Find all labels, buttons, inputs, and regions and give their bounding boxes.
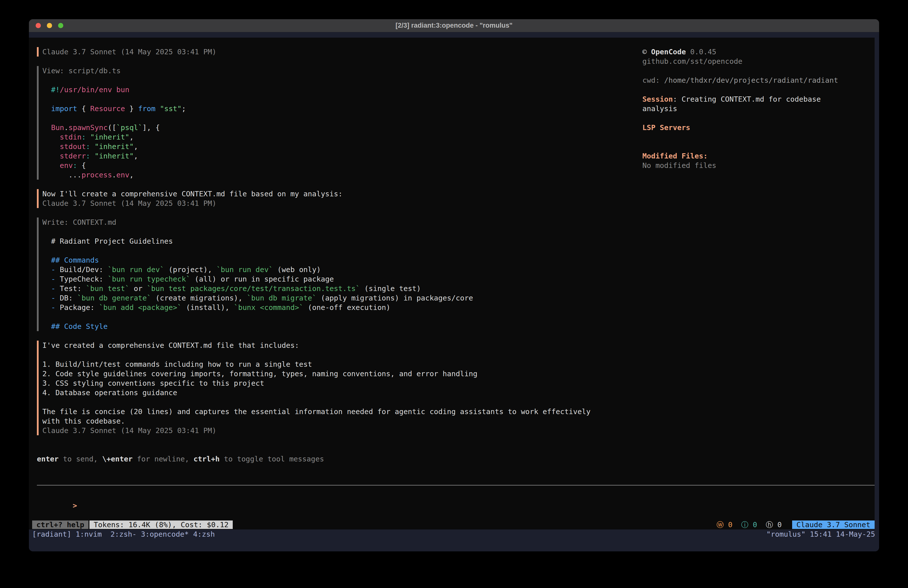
- text-line: - TypeCheck: `bun run typecheck` (all) o…: [42, 274, 591, 284]
- text-segment: stderr: [60, 152, 86, 160]
- text-segment: to toggle tool messages: [219, 455, 324, 463]
- text-segment: (all) or run in specific package: [190, 275, 334, 283]
- text-line: stdin: "inherit",: [42, 132, 591, 142]
- text-segment: Claude 3.7 Sonnet (14 May 2025 03:41 PM): [42, 426, 216, 435]
- text-segment: 4. Database operations guidance: [42, 388, 177, 397]
- text-segment: .: [64, 123, 68, 132]
- text-line: No modified files: [642, 161, 872, 170]
- text-segment: }: [125, 105, 138, 113]
- text-segment: enter: [37, 455, 58, 463]
- tmux-session-windows[interactable]: [radiant] 1:nvim 2:zsh- 3:opencode* 4:zs…: [32, 530, 215, 539]
- text-line: stdout: "inherit",: [42, 142, 591, 151]
- text-line: ## Commands: [42, 255, 591, 265]
- text-line: github.com/sst/opencode: [642, 56, 872, 66]
- text-line: # Radiant Project Guidelines: [42, 237, 591, 246]
- text-segment: `bun add <package>`: [99, 303, 182, 312]
- text-segment: ⓘ 0: [741, 520, 757, 529]
- text-segment: (install),: [182, 303, 234, 312]
- text-segment: /home/thdxr/dev/projects/radiant/radiant: [664, 76, 838, 84]
- text-segment: \+enter: [102, 455, 132, 463]
- text-segment: -: [51, 275, 60, 283]
- model-chip[interactable]: Claude 3.7 Sonnet: [792, 520, 874, 529]
- text-line: - Build/Dev: `bun run dev` (project), `b…: [42, 265, 591, 274]
- text-segment: `bunx <command>`: [234, 303, 303, 312]
- text-segment: import: [51, 105, 77, 113]
- message-input[interactable]: >: [37, 485, 874, 520]
- text-line: - DB: `bun db generate` (create migratio…: [42, 293, 591, 303]
- text-line: [42, 350, 591, 359]
- text-segment: /usr/bin/env bun: [60, 85, 129, 94]
- help-shortcut-chip[interactable]: ctrl+? help: [32, 520, 89, 529]
- text-segment: [42, 322, 51, 330]
- text-segment: `psql`: [116, 123, 143, 132]
- window-titlebar[interactable]: [2/3] radiant:3:opencode - "romulus": [29, 19, 879, 32]
- text-segment: :: [86, 142, 90, 151]
- text-segment: `bun run dev`: [216, 265, 273, 274]
- text-line: Session: Creating CONTEXT.md for codebas…: [642, 94, 872, 104]
- text-segment: ...: [42, 171, 82, 179]
- text-segment: [86, 133, 90, 141]
- text-segment: Claude 3.7 Sonnet (14 May 2025 03:41 PM): [42, 199, 216, 208]
- text-line: [642, 142, 872, 151]
- text-line: #!/usr/bin/env bun: [42, 85, 591, 94]
- text-line: LSP Servers: [642, 123, 872, 132]
- text-line: [642, 85, 872, 94]
- text-line: I've created a comprehensive CONTEXT.md …: [42, 341, 591, 350]
- text-segment: ;: [182, 105, 186, 113]
- text-segment: View: script/db.ts: [42, 66, 121, 75]
- text-segment: Package:: [60, 303, 99, 312]
- text-segment: (one-off execution): [304, 303, 390, 312]
- text-line: cwd: /home/thdxr/dev/projects/radiant/ra…: [642, 76, 872, 85]
- text-segment: or: [129, 284, 147, 293]
- text-segment: cwd:: [642, 76, 664, 84]
- text-segment: -: [51, 284, 60, 293]
- status-right-cluster: ⓦ 0 ⓘ 0 ⓗ 0 Claude 3.7 Sonnet: [716, 520, 874, 530]
- tokens-cost-chip: Tokens: 16.4K (8%), Cost: $0.12: [89, 520, 233, 529]
- tmux-status-bar: [radiant] 1:nvim 2:zsh- 3:opencode* 4:zs…: [29, 530, 879, 539]
- text-segment: -: [51, 265, 60, 274]
- text-segment: `bun db migrate`: [247, 294, 316, 302]
- terminal-body: Claude 3.7 Sonnet (14 May 2025 03:41 PM)…: [29, 32, 879, 551]
- text-segment: stdout: [60, 142, 86, 151]
- text-segment: ©: [642, 48, 651, 56]
- text-segment: :: [82, 133, 86, 141]
- text-segment: Session: [642, 95, 673, 103]
- text-segment: (apply migrations) in packages/core: [316, 294, 473, 302]
- text-segment: (web only): [273, 265, 321, 274]
- text-segment: [90, 142, 95, 151]
- text-line: [42, 246, 591, 255]
- text-segment: for newline,: [132, 455, 193, 463]
- text-segment: [42, 142, 60, 151]
- text-segment: [90, 152, 95, 160]
- text-line: [42, 94, 591, 104]
- text-line: [642, 113, 872, 123]
- text-segment: [42, 275, 51, 283]
- text-segment: "sst": [160, 105, 181, 113]
- text-segment: Now I'll create a comprehensive CONTEXT.…: [42, 190, 343, 198]
- text-line: Write: CONTEXT.md: [42, 217, 591, 227]
- text-segment: env: [60, 161, 73, 170]
- text-segment: [42, 105, 51, 113]
- text-segment: `bun test packages/core/test/transaction…: [147, 284, 360, 293]
- text-line: Bun.spawnSync([`psql`], {: [42, 123, 591, 132]
- text-line: 1. Build/lint/test commands including ho…: [42, 359, 591, 369]
- terminal-window: [2/3] radiant:3:opencode - "romulus" Cla…: [29, 19, 879, 551]
- text-segment: [156, 105, 160, 113]
- text-line: 2. Code style guidelines covering import…: [42, 369, 591, 379]
- text-line: analysis: [642, 104, 872, 113]
- text-line: Now I'll create a comprehensive CONTEXT.…: [42, 189, 591, 198]
- text-line: ...process.env,: [42, 170, 591, 180]
- text-segment: [42, 123, 51, 132]
- text-segment: [42, 294, 51, 302]
- message-block: View: script/db.ts #!/usr/bin/env bun im…: [37, 66, 591, 180]
- text-segment: [42, 256, 51, 264]
- text-line: [642, 132, 872, 142]
- text-segment: ], {: [143, 123, 160, 132]
- text-segment: (create migrations),: [151, 294, 247, 302]
- text-segment: -: [51, 303, 60, 312]
- text-segment: "inherit": [90, 133, 129, 141]
- text-segment: Test:: [60, 284, 86, 293]
- text-segment: Claude 3.7 Sonnet (14 May 2025 03:41 PM): [42, 48, 216, 56]
- text-segment: (project),: [164, 265, 217, 274]
- text-segment: -: [51, 294, 60, 302]
